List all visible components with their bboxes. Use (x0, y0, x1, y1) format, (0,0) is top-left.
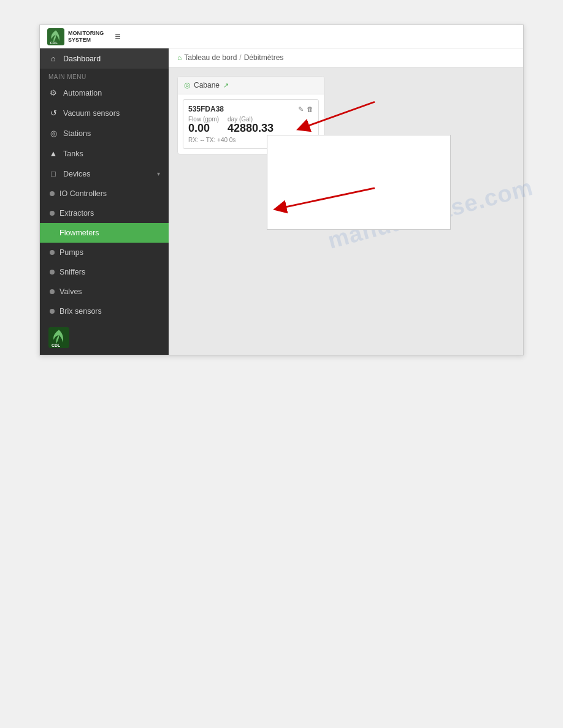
device-status-text2: 0s (229, 137, 236, 143)
browser-window: CDL MONITORING SYSTEM ≡ ⌂ Dashboard MAIN… (39, 25, 524, 355)
sidebar-item-flowmeters[interactable]: Flowmeters (40, 223, 169, 243)
flow-metric: Flow (gpm) 0.00 (188, 116, 219, 135)
hamburger-button[interactable]: ≡ (115, 31, 120, 42)
device-edit-button[interactable]: ✎ (298, 105, 304, 113)
tanks-label: Tanks (63, 150, 83, 158)
devices-left: □ Devices (48, 169, 90, 178)
svg-text:CDL: CDL (52, 343, 60, 347)
flowmeters-label: Flowmeters (59, 229, 99, 237)
valves-label: Valves (59, 287, 82, 296)
sidebar-item-pumps[interactable]: Pumps (40, 243, 169, 262)
sidebar: ⌂ Dashboard MAIN MENU ⚙ Automation ↺ Vac… (40, 48, 169, 355)
sidebar-item-vacuum-sensors[interactable]: ↺ Vacuum sensors (40, 103, 169, 123)
flowmeters-dot-icon (50, 230, 55, 235)
breadcrumb-part2: Débitmètres (244, 53, 284, 62)
sidebar-item-stations[interactable]: ◎ Stations (40, 123, 169, 143)
top-bar: CDL MONITORING SYSTEM ≡ (40, 25, 523, 48)
breadcrumb-part1: Tableau de bord (184, 53, 237, 62)
devices-label: Devices (63, 170, 90, 178)
card-external-link[interactable]: ↗ (223, 82, 229, 89)
sidebar-section-label: MAIN MENU (40, 69, 169, 83)
pumps-label: Pumps (59, 248, 83, 257)
device-actions: ✎ 🗑 (298, 105, 313, 113)
card-title: Cabane (194, 81, 220, 89)
extractors-label: Extractors (59, 209, 94, 218)
main-content: ⌂ Tableau de bord / Débitmètres manualsb… (169, 48, 523, 355)
sidebar-nav: ⌂ Dashboard MAIN MENU ⚙ Automation ↺ Vac… (40, 48, 169, 321)
empty-content-box (267, 135, 451, 230)
device-card-header: 535FDA38 ✎ 🗑 (188, 105, 313, 113)
day-metric: day (Gal) 42880.33 (228, 116, 274, 135)
device-metrics: Flow (gpm) 0.00 day (Gal) 42880.33 (188, 116, 313, 135)
automation-label: Automation (63, 89, 102, 97)
automation-icon: ⚙ (48, 88, 58, 97)
vacuum-icon: ↺ (48, 108, 58, 118)
sidebar-item-dashboard[interactable]: ⌂ Dashboard (40, 48, 169, 69)
sidebar-item-valves[interactable]: Valves (40, 282, 169, 301)
sidebar-footer: CDL (40, 321, 169, 356)
sidebar-item-extractors[interactable]: Extractors (40, 203, 169, 223)
card-header: ◎ Cabane ↗ (178, 77, 324, 94)
stations-icon: ◎ (48, 129, 58, 138)
cdl-footer-logo: CDL (48, 327, 69, 348)
logo-icon: CDL (47, 28, 64, 45)
device-delete-button[interactable]: 🗑 (307, 105, 313, 113)
logo-text: MONITORING SYSTEM (68, 30, 104, 44)
sniffers-dot-icon (50, 270, 55, 275)
app-body: ⌂ Dashboard MAIN MENU ⚙ Automation ↺ Vac… (40, 48, 523, 355)
extractors-dot-icon (50, 211, 55, 216)
device-id: 535FDA38 (188, 105, 224, 113)
io-controllers-label: IO Controllers (59, 189, 107, 198)
sidebar-item-automation[interactable]: ⚙ Automation (40, 83, 169, 103)
device-status-text: RX: -- TX: +40 (188, 137, 228, 143)
card-header-icon: ◎ (184, 81, 190, 89)
sidebar-item-io-controllers[interactable]: IO Controllers (40, 184, 169, 203)
home-icon: ⌂ (177, 53, 182, 62)
content-area: manualsbase.com ◎ Cabane ↗ 535FDA38 ✎ (169, 67, 523, 355)
dashboard-icon: ⌂ (48, 54, 58, 63)
io-dot-icon (50, 191, 55, 196)
stations-label: Stations (63, 129, 91, 138)
brix-sensors-label: Brix sensors (59, 307, 102, 316)
sniffers-label: Sniffers (59, 268, 85, 276)
breadcrumb: ⌂ Tableau de bord / Débitmètres (169, 48, 523, 67)
tanks-icon: ▲ (48, 149, 58, 158)
sidebar-dashboard-label: Dashboard (63, 55, 101, 63)
flow-value: 0.00 (188, 123, 219, 135)
vacuum-label: Vacuum sensors (63, 109, 120, 118)
devices-icon: □ (48, 169, 58, 178)
brix-dot-icon (50, 309, 55, 314)
day-value: 42880.33 (228, 123, 274, 135)
sidebar-item-tanks[interactable]: ▲ Tanks (40, 143, 169, 164)
svg-text:CDL: CDL (50, 40, 58, 45)
pumps-dot-icon (50, 250, 55, 255)
sidebar-item-sniffers[interactable]: Sniffers (40, 262, 169, 282)
chevron-down-icon: ▾ (157, 170, 160, 177)
valves-dot-icon (50, 289, 55, 294)
sidebar-item-devices[interactable]: □ Devices ▾ (40, 164, 169, 184)
logo-area: CDL MONITORING SYSTEM (47, 28, 104, 45)
sidebar-item-brix-sensors[interactable]: Brix sensors (40, 301, 169, 321)
breadcrumb-separator: / (239, 53, 241, 62)
